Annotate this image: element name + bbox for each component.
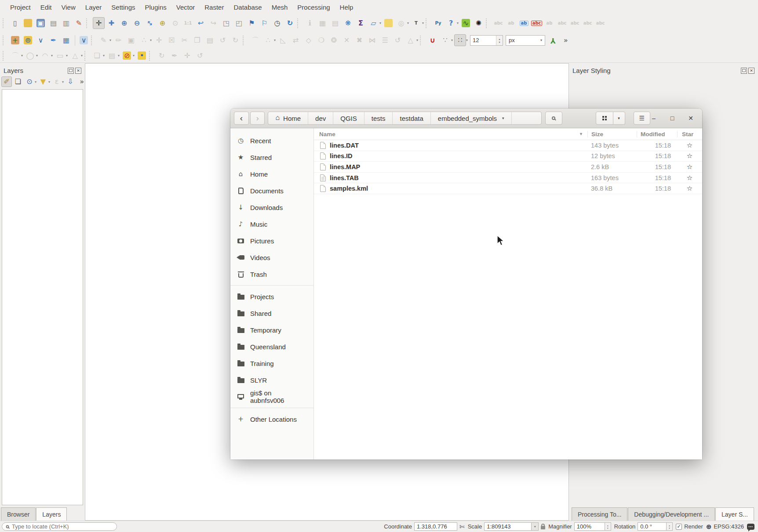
- deselect-features-button[interactable]: ⊘: [121, 50, 133, 62]
- processing-toolbox-button[interactable]: ❋: [342, 17, 354, 29]
- star-icon[interactable]: ☆: [677, 163, 702, 171]
- sidebar-item-starred[interactable]: ★Starred: [230, 149, 313, 166]
- digitizing-toolbar-overflow-button[interactable]: »: [560, 34, 572, 46]
- style-manager-button[interactable]: ✎: [73, 17, 85, 29]
- sidebar-item-recent[interactable]: ◷Recent: [230, 132, 313, 149]
- scale-lock-icon[interactable]: [541, 526, 545, 529]
- rotate-label-tool-button[interactable]: ↺: [194, 50, 206, 62]
- sidebar-item-videos[interactable]: Videos: [230, 249, 313, 266]
- sidebar-item-pictures[interactable]: Pictures: [230, 232, 313, 249]
- highlight-pinned-labels-button[interactable]: ab: [518, 17, 530, 29]
- add-delimited-text-layer-button[interactable]: ✒: [47, 34, 59, 46]
- show-unplaced-labels-button[interactable]: abc: [556, 17, 568, 29]
- data-source-manager-button[interactable]: ∨: [78, 34, 90, 46]
- temporal-controller-button[interactable]: ◷: [271, 17, 283, 29]
- add-mesh-layer-button[interactable]: ∨: [35, 34, 47, 46]
- vertex-tool-button[interactable]: ∵: [439, 34, 451, 46]
- select-features-button[interactable]: ❏: [91, 50, 103, 62]
- statistical-summary-button[interactable]: ▤: [329, 17, 341, 29]
- add-regular-polygon-button[interactable]: △: [69, 50, 81, 62]
- offset-curve-button[interactable]: ⌒: [249, 34, 261, 46]
- new-project-button[interactable]: ▯: [9, 17, 21, 29]
- text-annotation-button[interactable]: T: [410, 17, 422, 29]
- sidebar-item-queensland[interactable]: Queensland: [230, 338, 313, 355]
- locator-box[interactable]: [2, 522, 117, 531]
- add-circular-string-button[interactable]: ⌒: [9, 50, 21, 62]
- table-row[interactable]: lines.ID12 bytes15:18☆: [314, 151, 702, 162]
- column-name[interactable]: Name ▼: [314, 131, 587, 138]
- zoom-in-button[interactable]: ⊕: [118, 17, 130, 29]
- add-group-button[interactable]: ❏: [13, 76, 23, 87]
- breadcrumb-dev[interactable]: dev: [308, 112, 333, 124]
- menu-project[interactable]: Project: [5, 1, 36, 13]
- column-star[interactable]: Star: [677, 131, 702, 138]
- locator-input[interactable]: [12, 523, 113, 530]
- pan-to-selection-button[interactable]: ✚: [106, 17, 117, 29]
- sidebar-item-music[interactable]: ♪Music: [230, 216, 313, 232]
- menu-database[interactable]: Database: [229, 1, 266, 13]
- menu-view[interactable]: View: [57, 1, 80, 13]
- zoom-next-button[interactable]: ↪: [208, 17, 219, 29]
- tab-debugging-development-[interactable]: Debugging/Development ...: [628, 507, 715, 521]
- sidebar-item-projects[interactable]: Projects: [230, 288, 313, 305]
- refresh-map-button[interactable]: ↻: [284, 17, 296, 29]
- add-raster-layer-button[interactable]: ⊚: [22, 34, 34, 46]
- select-all-features-button[interactable]: •: [136, 50, 148, 62]
- manage-map-themes-button[interactable]: ⊙: [24, 76, 35, 87]
- sidebar-item-documents[interactable]: Documents: [230, 182, 313, 199]
- rotate-point-symbols-button[interactable]: ↻: [156, 50, 168, 62]
- new-3d-map-view-button[interactable]: ◳: [220, 17, 232, 29]
- toggle-editing-button[interactable]: ✏: [113, 34, 124, 46]
- styling-panel-float-icon[interactable]: [741, 68, 747, 74]
- layer-diagram-options-button[interactable]: ab: [505, 17, 517, 29]
- stream-digitizing-button[interactable]: ∴: [262, 34, 274, 46]
- column-size[interactable]: Size: [587, 131, 637, 138]
- map-tips-button[interactable]: [383, 17, 394, 29]
- rotation-spinner[interactable]: ▴▾: [667, 522, 673, 531]
- menu-edit[interactable]: Edit: [36, 1, 57, 13]
- view-options-button[interactable]: ▾: [613, 112, 625, 125]
- scale-caret-icon[interactable]: ▾: [532, 522, 539, 531]
- split-features-button[interactable]: ⇄: [290, 34, 302, 46]
- merge-features-button[interactable]: ⋈: [366, 34, 378, 46]
- styling-panel-close-icon[interactable]: [748, 68, 754, 74]
- tab-browser[interactable]: Browser: [1, 507, 36, 521]
- change-label-properties-button[interactable]: abc: [594, 17, 606, 29]
- show-spatial-bookmarks-button[interactable]: ⚐: [259, 17, 270, 29]
- menu-help[interactable]: Help: [335, 1, 358, 13]
- delete-ring-button[interactable]: ✕: [341, 34, 353, 46]
- measure-line-button[interactable]: ▱: [368, 17, 379, 29]
- pan-map-button[interactable]: ✛: [93, 17, 105, 29]
- sidebar-item-gis-on-aubnfsv006[interactable]: gis$ on aubnfsv006: [230, 388, 313, 405]
- zoom-to-layer-button[interactable]: ⊕: [157, 17, 168, 29]
- simplify-feature-button[interactable]: △: [405, 34, 416, 46]
- back-button[interactable]: ‹: [234, 112, 249, 125]
- show-hide-labels-button[interactable]: abc: [531, 17, 543, 29]
- star-icon[interactable]: ☆: [677, 174, 702, 182]
- move-label-diagram-button[interactable]: ✛: [181, 50, 193, 62]
- scale-combo[interactable]: 1:809143: [484, 522, 532, 531]
- breadcrumb-qgis[interactable]: QGIS: [333, 112, 364, 124]
- copy-features-button[interactable]: ❐: [191, 34, 203, 46]
- crs-widget[interactable]: ⊕ EPSG:4326: [706, 523, 744, 531]
- pin-unpin-labels-button[interactable]: ab: [543, 17, 555, 29]
- messages-icon[interactable]: [747, 524, 754, 530]
- table-row[interactable]: lines.DAT143 bytes15:18☆: [314, 140, 702, 151]
- magnifier-input[interactable]: [574, 522, 605, 531]
- add-rectangle-button[interactable]: ▭: [54, 50, 66, 62]
- menu-processing[interactable]: Processing: [292, 1, 335, 13]
- snapping-unit-combo[interactable]: px▾: [506, 35, 545, 46]
- rotate-label-button[interactable]: abc: [582, 17, 594, 29]
- grid-view-button[interactable]: [596, 112, 613, 125]
- layer-labeling-options-button[interactable]: abc: [492, 17, 504, 29]
- hamburger-menu-button[interactable]: ☰: [634, 112, 651, 125]
- tab-layers[interactable]: Layers: [36, 507, 67, 521]
- spinner-icons[interactable]: ▴▾: [496, 36, 503, 45]
- layers-panel-float-icon[interactable]: [68, 68, 74, 74]
- select-by-value-button[interactable]: ▤: [106, 50, 118, 62]
- delete-selected-button[interactable]: ☒: [166, 34, 178, 46]
- star-icon[interactable]: ☆: [677, 152, 702, 160]
- snapping-tolerance-input[interactable]: ▴▾: [470, 35, 503, 46]
- magnifier-spinner[interactable]: ▴▾: [605, 522, 611, 531]
- delete-part-button[interactable]: ✖: [353, 34, 365, 46]
